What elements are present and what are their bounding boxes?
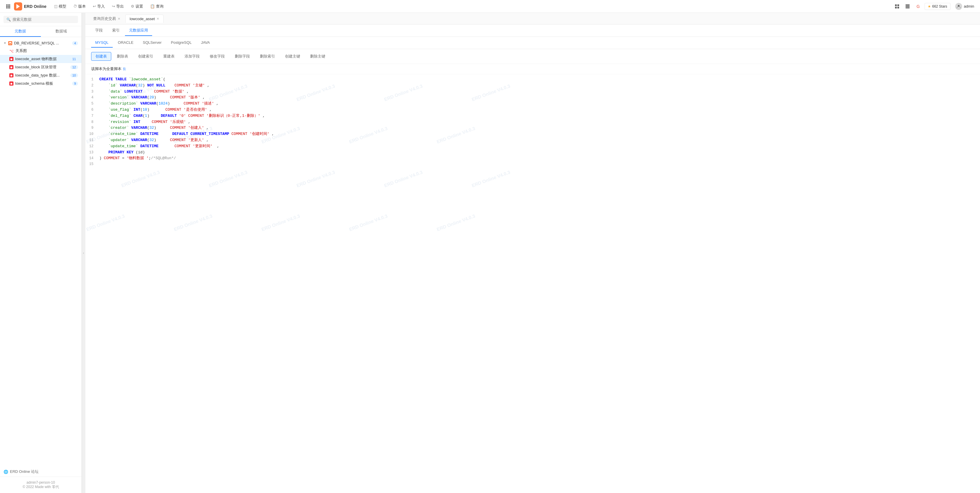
db-tab-oracle[interactable]: ORACLE bbox=[114, 38, 138, 48]
lowcode-block-count: 12 bbox=[70, 65, 78, 69]
top-nav: ERD Online ◫ 模型 ⏱ 版本 ↩ 导入 ↪ 导出 ⚙ 设置 📋 查询 bbox=[0, 0, 980, 13]
search-icon: 🔍 bbox=[6, 17, 11, 22]
search-input[interactable] bbox=[13, 17, 75, 22]
tab-close-lowcode-asset[interactable]: ✕ bbox=[156, 17, 159, 21]
code-line: 2 `id` VARCHAR(32) NOT NULL COMMENT '主键'… bbox=[85, 83, 980, 89]
line-number: 4 bbox=[85, 95, 97, 100]
line-number: 14 bbox=[85, 156, 97, 161]
tab-lowcode-asset-label: lowcode_asset bbox=[130, 17, 155, 21]
tab-close-query-history[interactable]: ✕ bbox=[118, 17, 120, 21]
search-wrap: 🔍 bbox=[3, 16, 78, 23]
tree-db-root[interactable]: ▼ DB_REVERSE_MYSQL ... 4 bbox=[0, 40, 81, 47]
svg-rect-17 bbox=[905, 7, 910, 8]
sub-tab-fields[interactable]: 字段 bbox=[91, 25, 107, 36]
code-line: 10 `create_time` DATETIME DEFAULT CURREN… bbox=[85, 131, 980, 137]
btn-create-index[interactable]: 创建索引 bbox=[134, 52, 158, 61]
svg-rect-5 bbox=[9, 6, 10, 7]
line-number: 9 bbox=[85, 125, 97, 131]
model-icon: ◫ bbox=[54, 4, 57, 8]
table-view-icon[interactable] bbox=[904, 2, 912, 11]
sub-tab-index[interactable]: 索引 bbox=[108, 25, 124, 36]
code-line: 3 `data` LONGTEXT COMMENT '数据' , bbox=[85, 89, 980, 95]
svg-rect-1 bbox=[8, 5, 9, 6]
line-number: 2 bbox=[85, 83, 97, 89]
nav-right: G ★ 662 Stars admin bbox=[893, 2, 977, 11]
user-avatar-button[interactable]: admin bbox=[953, 2, 977, 11]
script-info-label: 该脚本为全量脚本 bbox=[91, 66, 121, 72]
sidebar-collapse-handle[interactable]: ‹ bbox=[82, 13, 85, 493]
sidebar-tab-data-domain[interactable]: 数据域 bbox=[41, 26, 82, 37]
code-editor[interactable]: ERD Online V4.0.3ERD Online V4.0.3ERD On… bbox=[85, 74, 980, 493]
db-tab-postgresql[interactable]: PostgreSQL bbox=[167, 38, 196, 48]
btn-drop-table[interactable]: 删除表 bbox=[113, 52, 132, 61]
btn-drop-field[interactable]: 删除字段 bbox=[231, 52, 255, 61]
db-tab-sqlserver[interactable]: SQLServer bbox=[139, 38, 165, 48]
line-number: 3 bbox=[85, 89, 97, 95]
code-line: 7 `del_flag` CHAR(1) DEFAULT '0' COMMENT… bbox=[85, 113, 980, 119]
sidebar-item-lowcode-data-type[interactable]: ▦ lowcode_data_type 数据... 10 bbox=[0, 71, 81, 80]
code-line: 6 `use_flag` INT(10) COMMENT '是否在使用' , bbox=[85, 107, 980, 113]
tab-lowcode-asset[interactable]: lowcode_asset ✕ bbox=[125, 14, 164, 23]
line-content: `del_flag` CHAR(1) DEFAULT '0' COMMENT '… bbox=[97, 113, 980, 119]
svg-rect-3 bbox=[6, 6, 7, 7]
sidebar-item-lowcode-block[interactable]: ▦ lowcode_block 区块管理 12 bbox=[0, 63, 81, 71]
svg-rect-6 bbox=[6, 7, 7, 8]
btn-modify-field[interactable]: 修改字段 bbox=[205, 52, 229, 61]
sidebar-item-relation[interactable]: ⌥ 关系图 bbox=[0, 47, 81, 55]
forum-link[interactable]: 🌐 ERD Online 论坛 bbox=[0, 467, 81, 477]
line-content: `description` VARCHAR(1024) COMMENT '描述'… bbox=[97, 101, 980, 107]
line-content: `updater` VARCHAR(32) COMMENT '更新人' , bbox=[97, 137, 980, 143]
nav-version[interactable]: ⏱ 版本 bbox=[70, 3, 89, 10]
btn-drop-index[interactable]: 删除索引 bbox=[256, 52, 280, 61]
tabs-bar: 查询历史交易 ✕ lowcode_asset ✕ bbox=[85, 13, 980, 24]
btn-create-pk[interactable]: 创建主键 bbox=[281, 52, 305, 61]
code-line: 13 PRIMARY KEY (id) bbox=[85, 149, 980, 156]
db-tab-java[interactable]: JAVA bbox=[197, 38, 214, 48]
nav-query[interactable]: 📋 查询 bbox=[147, 3, 167, 10]
lowcode-data-type-count: 10 bbox=[70, 73, 78, 77]
table-icon: ▦ bbox=[10, 65, 13, 69]
db-tab-mysql[interactable]: MYSQL bbox=[91, 38, 113, 48]
svg-rect-16 bbox=[905, 6, 910, 6]
watermark-text: ERD Online V4.0.3 bbox=[261, 213, 301, 232]
code-line: 1CREATE TABLE `lowcode_asset`( bbox=[85, 76, 980, 83]
nav-export[interactable]: ↪ 导出 bbox=[109, 3, 127, 10]
btn-add-field[interactable]: 添加字段 bbox=[180, 52, 204, 61]
nav-import[interactable]: ↩ 导入 bbox=[90, 3, 108, 10]
code-line: 14) COMMENT = '物料数据 ';/*SQL@Run*/ bbox=[85, 155, 980, 162]
tree-arrow-icon: ▼ bbox=[3, 41, 6, 45]
sidebar-item-lowcode-asset[interactable]: ▦ lowcode_asset 物料数据 11 bbox=[0, 55, 81, 63]
code-line: 5 `description` VARCHAR(1024) COMMENT '描… bbox=[85, 101, 980, 107]
db-icon bbox=[8, 41, 12, 45]
svg-rect-13 bbox=[895, 7, 897, 8]
sidebar-tab-metadata[interactable]: 元数据 bbox=[0, 26, 41, 37]
grid-menu-icon[interactable] bbox=[3, 2, 13, 11]
layout-grid-icon[interactable] bbox=[893, 2, 901, 11]
svg-rect-15 bbox=[905, 5, 910, 5]
tab-query-history[interactable]: 查询历史交易 ✕ bbox=[89, 14, 125, 23]
sidebar-item-lowcode-schema[interactable]: ▦ lowcode_schema 模板 9 bbox=[0, 80, 81, 87]
btn-create-table[interactable]: 创建表 bbox=[91, 52, 111, 61]
app-logo: ERD Online bbox=[14, 2, 46, 11]
nav-settings[interactable]: ⚙ 设置 bbox=[128, 3, 146, 10]
share-icon[interactable]: G bbox=[914, 2, 922, 11]
db-type-tabs: MYSQL ORACLE SQLServer PostgreSQL JAVA bbox=[85, 37, 980, 49]
btn-rebuild-table[interactable]: 重建表 bbox=[159, 52, 179, 61]
tab-query-history-label: 查询历史交易 bbox=[93, 16, 116, 21]
svg-point-20 bbox=[9, 42, 11, 43]
svg-rect-4 bbox=[8, 6, 9, 7]
svg-rect-18 bbox=[905, 8, 910, 8]
avatar bbox=[955, 3, 962, 10]
content-area: 查询历史交易 ✕ lowcode_asset ✕ 字段 索引 元数据应用 MYS… bbox=[85, 13, 980, 493]
line-number: 5 bbox=[85, 101, 97, 107]
app-title: ERD Online bbox=[24, 4, 46, 9]
copy-icon[interactable]: ⎘ bbox=[123, 67, 126, 71]
sub-tab-meta-app[interactable]: 元数据应用 bbox=[125, 25, 152, 36]
svg-rect-8 bbox=[9, 7, 10, 8]
watermark-text: ERD Online V4.0.3 bbox=[121, 170, 161, 188]
btn-drop-pk[interactable]: 删除主键 bbox=[306, 52, 330, 61]
lowcode-data-type-label: lowcode_data_type 数据... bbox=[15, 73, 68, 78]
nav-model[interactable]: ◫ 模型 bbox=[51, 3, 69, 10]
stars-button[interactable]: ★ 662 Stars bbox=[924, 3, 950, 10]
code-line: 8 `revision` INT COMMENT '乐观锁' , bbox=[85, 119, 980, 125]
